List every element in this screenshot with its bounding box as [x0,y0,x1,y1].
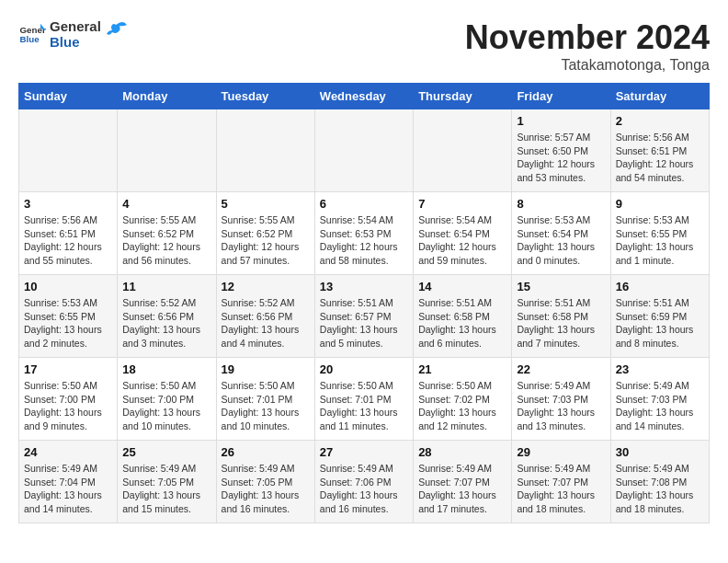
day-info: Sunrise: 5:50 AMSunset: 7:01 PMDaylight:… [320,379,408,433]
day-info: Sunrise: 5:50 AMSunset: 7:00 PMDaylight:… [122,379,210,433]
day-info: Sunrise: 5:49 AMSunset: 7:06 PMDaylight:… [320,462,408,516]
day-info: Sunrise: 5:54 AMSunset: 6:54 PMDaylight:… [418,213,506,268]
day-number: 24 [24,445,112,459]
calendar-day-cell: 17Sunrise: 5:50 AMSunset: 7:00 PMDayligh… [19,358,118,441]
calendar-day-cell: 16Sunrise: 5:51 AMSunset: 6:59 PMDayligh… [610,275,709,358]
day-number: 5 [222,197,310,211]
svg-text:Blue: Blue [20,34,40,44]
day-number: 11 [122,280,210,293]
empty-day-cell [19,109,118,192]
day-number: 7 [418,197,506,211]
location: Tatakamotonga, Tonga [465,57,710,74]
logo: General Blue General Blue [18,18,129,50]
empty-day-cell [216,109,314,192]
day-number: 1 [517,114,605,128]
calendar-day-cell: 20Sunrise: 5:50 AMSunset: 7:01 PMDayligh… [314,358,413,441]
day-number: 4 [122,197,210,211]
logo-general: General [50,18,101,34]
day-number: 18 [122,362,210,376]
calendar-day-cell: 30Sunrise: 5:49 AMSunset: 7:08 PMDayligh… [610,441,709,523]
day-number: 10 [24,280,112,293]
day-info: Sunrise: 5:55 AMSunset: 6:52 PMDaylight:… [122,213,210,268]
calendar-day-cell: 9Sunrise: 5:53 AMSunset: 6:55 PMDaylight… [610,192,709,275]
day-number: 3 [24,197,112,211]
day-info: Sunrise: 5:56 AMSunset: 6:51 PMDaylight:… [616,131,704,185]
day-info: Sunrise: 5:53 AMSunset: 6:55 PMDaylight:… [616,213,704,268]
calendar-day-cell: 15Sunrise: 5:51 AMSunset: 6:58 PMDayligh… [512,275,610,358]
day-number: 14 [418,280,506,293]
day-number: 9 [616,197,704,211]
calendar-day-cell: 10Sunrise: 5:53 AMSunset: 6:55 PMDayligh… [19,275,118,358]
calendar-day-cell: 5Sunrise: 5:55 AMSunset: 6:52 PMDaylight… [216,192,314,275]
logo-icon: General Blue [18,20,46,48]
day-info: Sunrise: 5:51 AMSunset: 6:58 PMDaylight:… [418,296,506,350]
calendar-day-cell: 24Sunrise: 5:49 AMSunset: 7:04 PMDayligh… [19,441,118,523]
calendar-day-cell: 1Sunrise: 5:57 AMSunset: 6:50 PMDaylight… [512,109,610,192]
calendar-day-cell: 6Sunrise: 5:54 AMSunset: 6:53 PMDaylight… [314,192,413,275]
day-info: Sunrise: 5:49 AMSunset: 7:07 PMDaylight:… [517,462,605,516]
day-info: Sunrise: 5:53 AMSunset: 6:55 PMDaylight:… [24,296,112,350]
day-info: Sunrise: 5:52 AMSunset: 6:56 PMDaylight:… [222,296,310,350]
day-info: Sunrise: 5:49 AMSunset: 7:07 PMDaylight:… [418,462,506,516]
calendar-day-cell: 7Sunrise: 5:54 AMSunset: 6:54 PMDaylight… [414,192,512,275]
calendar-day-cell: 28Sunrise: 5:49 AMSunset: 7:07 PMDayligh… [414,441,512,523]
day-number: 12 [222,280,310,293]
logo-bird-icon [103,17,129,43]
day-number: 28 [418,445,506,459]
day-number: 16 [616,280,704,293]
calendar-day-cell: 18Sunrise: 5:50 AMSunset: 7:00 PMDayligh… [118,358,216,441]
day-number: 21 [418,362,506,376]
day-info: Sunrise: 5:57 AMSunset: 6:50 PMDaylight:… [517,131,605,185]
empty-day-cell [314,109,413,192]
day-info: Sunrise: 5:49 AMSunset: 7:03 PMDaylight:… [616,379,704,433]
calendar-week-row: 24Sunrise: 5:49 AMSunset: 7:04 PMDayligh… [19,441,710,523]
calendar-day-cell: 27Sunrise: 5:49 AMSunset: 7:06 PMDayligh… [314,441,413,523]
calendar-week-row: 1Sunrise: 5:57 AMSunset: 6:50 PMDaylight… [19,109,710,192]
day-info: Sunrise: 5:55 AMSunset: 6:52 PMDaylight:… [222,213,310,268]
calendar-day-cell: 22Sunrise: 5:49 AMSunset: 7:03 PMDayligh… [512,358,610,441]
day-number: 17 [24,362,112,376]
calendar-day-cell: 8Sunrise: 5:53 AMSunset: 6:54 PMDaylight… [512,192,610,275]
logo-blue: Blue [50,34,80,50]
day-info: Sunrise: 5:50 AMSunset: 7:02 PMDaylight:… [418,379,506,433]
calendar-day-cell: 26Sunrise: 5:49 AMSunset: 7:05 PMDayligh… [216,441,314,523]
calendar-week-row: 3Sunrise: 5:56 AMSunset: 6:51 PMDaylight… [19,192,710,275]
calendar-week-row: 17Sunrise: 5:50 AMSunset: 7:00 PMDayligh… [19,358,710,441]
day-info: Sunrise: 5:49 AMSunset: 7:03 PMDaylight:… [517,379,605,433]
weekday-header-sunday: Sunday [19,84,118,109]
day-number: 13 [320,280,408,293]
weekday-header-wednesday: Wednesday [314,84,413,109]
empty-day-cell [118,109,216,192]
calendar-day-cell: 2Sunrise: 5:56 AMSunset: 6:51 PMDaylight… [610,109,709,192]
weekday-header-friday: Friday [512,84,610,109]
weekday-header-row: SundayMondayTuesdayWednesdayThursdayFrid… [19,84,710,109]
calendar-week-row: 10Sunrise: 5:53 AMSunset: 6:55 PMDayligh… [19,275,710,358]
day-info: Sunrise: 5:49 AMSunset: 7:05 PMDaylight:… [122,462,210,516]
day-number: 6 [320,197,408,211]
calendar-day-cell: 12Sunrise: 5:52 AMSunset: 6:56 PMDayligh… [216,275,314,358]
page-header: General Blue General Blue November 2024 … [18,18,710,74]
calendar-table: SundayMondayTuesdayWednesdayThursdayFrid… [18,83,710,523]
calendar-day-cell: 21Sunrise: 5:50 AMSunset: 7:02 PMDayligh… [414,358,512,441]
calendar-day-cell: 14Sunrise: 5:51 AMSunset: 6:58 PMDayligh… [414,275,512,358]
day-info: Sunrise: 5:54 AMSunset: 6:53 PMDaylight:… [320,213,408,268]
calendar-day-cell: 11Sunrise: 5:52 AMSunset: 6:56 PMDayligh… [118,275,216,358]
day-number: 19 [222,362,310,376]
day-number: 26 [222,445,310,459]
day-number: 29 [517,445,605,459]
day-info: Sunrise: 5:52 AMSunset: 6:56 PMDaylight:… [122,296,210,350]
day-info: Sunrise: 5:51 AMSunset: 6:59 PMDaylight:… [616,296,704,350]
day-info: Sunrise: 5:51 AMSunset: 6:58 PMDaylight:… [517,296,605,350]
day-info: Sunrise: 5:51 AMSunset: 6:57 PMDaylight:… [320,296,408,350]
day-number: 30 [616,445,704,459]
day-info: Sunrise: 5:49 AMSunset: 7:08 PMDaylight:… [616,462,704,516]
day-number: 27 [320,445,408,459]
calendar-day-cell: 29Sunrise: 5:49 AMSunset: 7:07 PMDayligh… [512,441,610,523]
day-info: Sunrise: 5:49 AMSunset: 7:05 PMDaylight:… [222,462,310,516]
day-number: 15 [517,280,605,293]
day-number: 25 [122,445,210,459]
day-info: Sunrise: 5:56 AMSunset: 6:51 PMDaylight:… [24,213,112,268]
day-info: Sunrise: 5:53 AMSunset: 6:54 PMDaylight:… [517,213,605,268]
day-number: 8 [517,197,605,211]
weekday-header-tuesday: Tuesday [216,84,314,109]
